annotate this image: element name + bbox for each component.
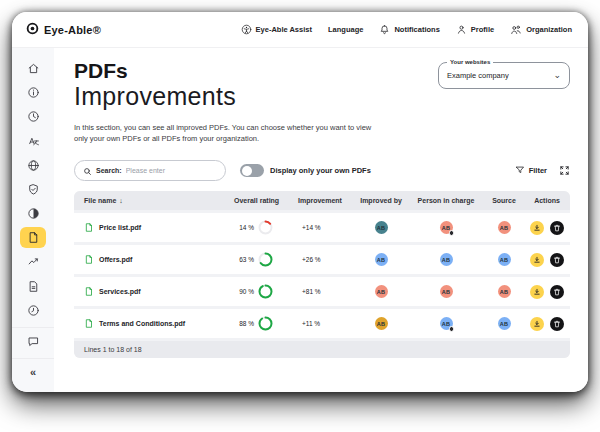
nav-item-notifications[interactable]: Notifications <box>379 24 439 35</box>
search-box[interactable]: Search: <box>74 160 226 181</box>
nav-item-assist[interactable]: Eye-Able Assist <box>241 24 312 35</box>
chat-icon <box>27 335 40 348</box>
search-input[interactable] <box>126 167 217 174</box>
eye-able-logo-icon <box>26 21 39 39</box>
sidebar-item-compliance[interactable] <box>20 179 46 200</box>
pdf-document-icon <box>84 254 94 266</box>
download-button[interactable] <box>530 285 544 299</box>
website-select-label: Your websites <box>447 59 493 65</box>
avatar-badge <box>449 230 455 236</box>
person-icon <box>456 24 467 35</box>
improvement-value: +11 % <box>296 320 354 327</box>
sidebar-item-history[interactable] <box>20 106 46 127</box>
sidebar-collapse-button[interactable]: « <box>20 362 46 383</box>
trash-icon <box>553 316 561 331</box>
nav-item-label: Notifications <box>394 25 439 34</box>
time-icon <box>27 304 40 317</box>
brand-logo[interactable]: Eye-Able® <box>26 21 101 39</box>
pdf-document-icon <box>84 318 94 330</box>
download-button[interactable] <box>530 221 544 235</box>
rating-donut-chart <box>258 284 273 299</box>
table-header: File name ↓ Overall rating Improvement I… <box>74 191 570 210</box>
sidebar-item-statistics[interactable] <box>20 251 46 272</box>
nav-item-organization[interactable]: Organization <box>510 24 572 36</box>
home-icon <box>27 62 40 75</box>
bell-icon <box>379 24 390 35</box>
overall-rating-value: 14 % <box>234 224 254 231</box>
file-name: Price list.pdf <box>99 224 141 231</box>
trash-icon <box>553 284 561 299</box>
sidebar-item-time[interactable] <box>20 300 46 321</box>
improvement-value: +14 % <box>296 224 354 231</box>
pdf-file-icon <box>27 231 40 244</box>
source-avatar: AB <box>498 253 511 266</box>
source-avatar: AB <box>498 221 511 234</box>
pagination-summary: Lines 1 to 18 of 18 <box>84 346 142 353</box>
sidebar-item-website[interactable] <box>20 155 46 176</box>
nav-item-language[interactable]: Language <box>328 25 363 34</box>
info-circle-icon <box>27 86 40 99</box>
sidebar-item-contrast[interactable] <box>20 203 46 224</box>
nav-item-profile[interactable]: Profile <box>456 24 494 35</box>
own-pdfs-toggle[interactable]: Display only your own PDFs <box>240 164 371 177</box>
trending-up-icon <box>27 255 40 268</box>
improvement-value: +26 % <box>296 256 354 263</box>
history-icon <box>27 110 40 123</box>
delete-button[interactable] <box>550 285 564 299</box>
sidebar-item-translate[interactable] <box>20 131 46 152</box>
sidebar-item-pdfs[interactable] <box>20 227 46 248</box>
sidebar-item-support-chat[interactable] <box>20 331 46 352</box>
download-icon <box>533 220 541 235</box>
nav-item-label: Eye-Able Assist <box>256 25 312 34</box>
shield-check-icon <box>27 183 40 196</box>
toggle-switch-off[interactable] <box>240 164 264 177</box>
table-row: Terms and Conditions.pdf 88 % +11 % AB A… <box>74 309 570 338</box>
avatar-badge <box>449 326 455 332</box>
file-name: Offers.pdf <box>99 256 132 263</box>
improved-by-avatar: AB <box>375 253 388 266</box>
delete-button[interactable] <box>550 253 564 267</box>
filter-button[interactable]: Filter <box>515 165 547 177</box>
file-name: Services.pdf <box>99 288 141 295</box>
column-header-source[interactable]: Source <box>484 197 524 204</box>
page-title: PDFs Improvements <box>74 60 236 111</box>
sidebar-divider <box>12 358 54 359</box>
expand-icon <box>559 162 570 180</box>
page-title-line1: PDFs <box>74 60 236 82</box>
person-in-charge-avatar: AB <box>440 221 453 234</box>
column-header-actions[interactable]: Actions <box>524 197 570 204</box>
search-label: Search: <box>96 167 122 174</box>
nav-item-label: Language <box>328 25 363 34</box>
funnel-icon <box>515 165 525 177</box>
download-icon <box>533 316 541 331</box>
overall-rating-value: 88 % <box>234 320 254 327</box>
delete-button[interactable] <box>550 221 564 235</box>
source-avatar: AB <box>498 317 511 330</box>
download-button[interactable] <box>530 253 544 267</box>
search-icon <box>83 162 92 180</box>
website-select-value: Example company <box>447 71 553 80</box>
trash-icon <box>553 252 561 267</box>
delete-button[interactable] <box>550 317 564 331</box>
filter-label: Filter <box>529 166 547 175</box>
people-icon <box>510 24 522 36</box>
column-header-file-name[interactable]: File name ↓ <box>74 197 232 204</box>
translate-icon <box>27 135 40 148</box>
table-body: Price list.pdf 14 % +14 % AB AB AB <box>74 213 570 338</box>
column-header-improvement[interactable]: Improvement <box>296 197 354 204</box>
column-header-person-in-charge[interactable]: Person in charge <box>408 197 484 204</box>
sidebar-item-home[interactable] <box>20 58 46 79</box>
top-navbar: Eye-Able® Eye-Able Assist Language Notif… <box>12 12 588 48</box>
sidebar-item-reports[interactable] <box>20 276 46 297</box>
column-header-overall-rating[interactable]: Overall rating <box>232 197 296 204</box>
contrast-icon <box>27 207 40 220</box>
download-button[interactable] <box>530 317 544 331</box>
navbar-menu: Eye-Able Assist Language Notifications P… <box>241 24 572 36</box>
person-in-charge-avatar: AB <box>440 253 453 266</box>
website-select[interactable]: Your websites Example company ⌄ <box>438 62 570 89</box>
sidebar-item-info[interactable] <box>20 82 46 103</box>
column-header-improved-by[interactable]: Improved by <box>354 197 408 204</box>
fullscreen-button[interactable] <box>559 162 570 180</box>
table-row: Services.pdf 90 % +81 % AB AB AB <box>74 277 570 306</box>
improved-by-avatar: AB <box>375 221 388 234</box>
